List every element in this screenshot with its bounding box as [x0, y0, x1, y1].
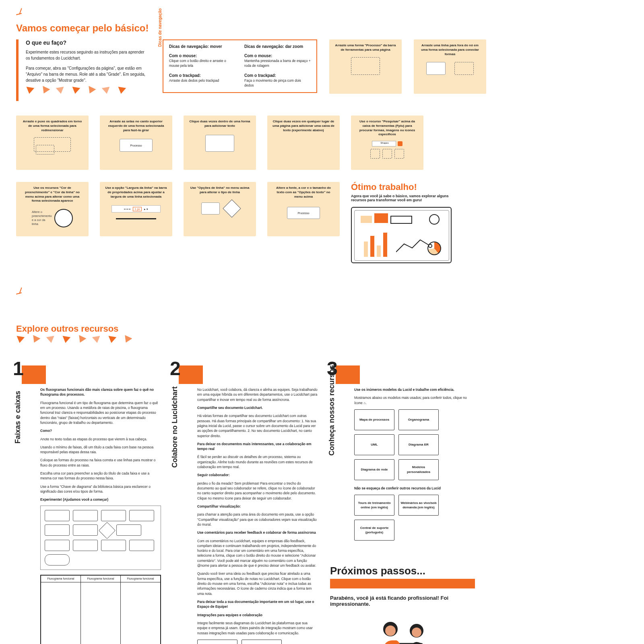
number-1: 1 — [13, 357, 24, 380]
burst-icon-2 — [16, 287, 27, 299]
good-job-sub: Agora que você já sabe o básico, vamos e… — [351, 194, 452, 202]
intro-panel: O que eu faço? Experimente estes recurso… — [16, 39, 147, 101]
tip-text-shape[interactable]: Processo — [287, 207, 320, 219]
number-2: 2 — [170, 357, 181, 380]
lane-head-1: Fluxograma funcional — [41, 576, 80, 582]
col2-integ-h: Integrações para equipes e colaboração — [197, 613, 262, 617]
col1-p3: Usando o mínimo de faixas, dê um título … — [40, 445, 161, 455]
number-3: 3 — [327, 357, 338, 380]
nav-tips-label: Dicas de navegação — [158, 8, 162, 47]
svg-point-3 — [385, 625, 396, 636]
intro-heading: O que eu faço? — [26, 39, 147, 46]
tip-search-text: Use o recurso "Pesquisar" acima da caixa… — [356, 120, 419, 137]
col2-vtitle: Colabore no Lucidchart — [171, 386, 179, 468]
nav-zoom-trackpad: Com o trackpad: — [244, 73, 276, 78]
tile-slack[interactable]: Lucidchart para Slack — [242, 640, 282, 644]
tip-resize: Arraste e puxe os quadrados em torno de … — [16, 116, 89, 170]
nav-move-mouse-body: Clique com o botão direito e arraste o m… — [169, 59, 226, 68]
people-illustration — [330, 612, 475, 644]
tip-textbox-text: Clique duas vezes em qualquer lugar de u… — [272, 120, 335, 132]
tip-drag-line-text: Arraste uma linha para fora do nó em uma… — [419, 43, 481, 56]
tip-text-options-text: Altere a fonte, a cor e o tamanho do tex… — [272, 186, 335, 199]
tip-dblclick-text-text: Clique duas vezes dentro de uma forma pa… — [188, 120, 251, 128]
col1-how: Como? — [40, 429, 52, 433]
good-job-title: Ótimo trabalho! — [351, 182, 452, 192]
good-job-illustration — [351, 207, 452, 263]
intro-p2: Para começar, abra as "Configurações da … — [26, 65, 147, 83]
tile-teams[interactable]: Adicione diagramas do Lucidchart ao Micr… — [197, 640, 237, 644]
next-p1: Parabéns, você já está ficando profissio… — [330, 595, 475, 607]
intro-p1: Experimente estes recursos seguindo as i… — [26, 49, 147, 61]
col1-p5: Escolha uma cor para preencher a seção d… — [40, 471, 161, 481]
lane-head-3: Fluxograma funcional — [121, 576, 160, 582]
tile-webinars[interactable]: Webinários ao vivo/sob demanda (em inglê… — [398, 495, 439, 516]
tip-resize-text: Arraste e puxe os quadrados em torno de … — [21, 120, 84, 132]
tile-training[interactable]: Tours de treinamento online (em inglês) — [354, 495, 394, 516]
col1-p2: Anote no texto todas as etapas do proces… — [40, 437, 161, 442]
integration-tiles: Adicione diagramas do Lucidchart ao Micr… — [197, 640, 318, 644]
col1-p6: Use a forma "Chave de diagrama" da bibli… — [40, 484, 161, 494]
col1-p1: Fluxograma funcional é um tipo de fluxog… — [40, 400, 161, 425]
nav-zoom-title: Dicas de navegação: dar zoom — [244, 44, 303, 49]
col2-shareview-h: Compartilhar visualização: — [197, 504, 241, 508]
tile-support[interactable]: Central de suporte (português) — [354, 520, 394, 541]
template-tiles: Mapa de processos Organograma UML Diagra… — [354, 409, 475, 480]
tip-fill-color: Use os recursos "Cor de preenchimento" e… — [16, 182, 89, 236]
sample-flow — [40, 506, 161, 570]
nav-zoom-mouse: Com o mouse: — [244, 54, 272, 58]
tile-custom[interactable]: Modelos personalizados — [398, 459, 439, 480]
tip-dblclick-text: Clique duas vezes dentro de uma forma pa… — [184, 116, 256, 170]
next-steps: Próximos passos... Parabéns, você já est… — [330, 565, 475, 644]
col1-vtitle: Faixas e caixas — [14, 391, 22, 444]
col2-teamspace: Para deixar toda a sua documentação impo… — [197, 600, 314, 609]
tile-uml[interactable]: UML — [354, 434, 394, 455]
tile-er[interactable]: Diagrama ER — [398, 434, 439, 455]
col2-follow-p: perdeu o fio da meada? Sem problemas! Pa… — [197, 481, 318, 501]
tip-drag-line: Arraste uma linha para fora do nó em uma… — [414, 39, 486, 94]
nav-move-trackpad: Com o trackpad: — [169, 73, 201, 78]
triangle-divider-2 — [16, 336, 499, 343]
col2-rt-p: É fácil se perder ao discutir os detalhe… — [197, 454, 318, 469]
tile-orgchart[interactable]: Organograma — [398, 409, 439, 430]
col2-notes-p: Quando você tiver uma ideia ou feedback … — [197, 571, 318, 596]
nav-move-mouse: Com o mouse: — [169, 54, 197, 58]
col3-lead: Use os inúmeros modelos da Lucid e traba… — [354, 388, 454, 392]
search-icon[interactable] — [398, 141, 402, 146]
column-collaborate: 2 Colabore no Lucidchart No Lucidchart, … — [173, 363, 318, 644]
resource-tiles: Tours de treinamento online (em inglês) … — [354, 495, 475, 541]
tip-search-field[interactable]: Shapes — [372, 141, 396, 147]
tip-fill-color-text: Use os recursos "Cor de preenchimento" e… — [21, 186, 84, 203]
col2-comments-h: Use comentários para receber feedback e … — [197, 530, 316, 535]
tip-line-options-text: Use "Opções de linha" no menu acima para… — [188, 186, 251, 195]
col2-follow-h: Seguir colaborador: — [197, 473, 230, 477]
circle-shape[interactable] — [54, 209, 73, 227]
tile-network[interactable]: Diagrama de rede — [354, 459, 394, 480]
col1-try: Experimente! (Ajudamos você a começar) — [40, 497, 108, 502]
col2-share-h: Compartilhe seu documento Lucidchart. — [197, 406, 263, 410]
page-title: Vamos começar pelo básico! — [16, 23, 499, 34]
col2-rt-h: Para deixar os documentos mais interessa… — [197, 442, 311, 451]
tile-process-map[interactable]: Mapa de processos — [354, 409, 394, 430]
column-resources: 3 Conheça nossos recursos! Use os inúmer… — [330, 363, 475, 644]
col2-share-p: Há várias formas de compartilhar seu doc… — [197, 413, 318, 438]
nav-move-trackpad-body: Arraste dois dedos pelo trackpad — [169, 78, 219, 83]
tip-rotate-text: Arraste as setas no canto superior esque… — [105, 120, 167, 132]
col1-p4: Coloque as formas do processo na faixa c… — [40, 458, 161, 468]
col2-comments-p: Com os comentários no Lucidchart, equipe… — [197, 539, 318, 568]
nav-zoom-trackpad-body: Faça o movimento de pinça com dois dedos — [244, 78, 301, 87]
svg-point-0 — [429, 244, 432, 248]
good-job-panel: Ótimo trabalho! Agora que você já sabe o… — [351, 182, 452, 263]
tip-empty-shape[interactable] — [205, 135, 234, 152]
lane-head-2: Fluxograma funcional — [81, 576, 120, 582]
tip-search: Use o recurso "Pesquisar" acima da caixa… — [351, 116, 423, 170]
burst-icon — [16, 8, 27, 19]
nav-zoom-mouse-body: Mantenha pressionada a barra de espaço +… — [244, 59, 311, 68]
explore-title: Explore outros recursos — [16, 324, 499, 334]
col2-shareview-p: para chamar a atenção para uma área do d… — [197, 512, 318, 527]
col3-sub: Mostramos abaixo os modelos mais usados;… — [354, 395, 475, 405]
line-chart-icon — [396, 236, 432, 256]
tip-line-width: Use a opção "Largura da linha" na barra … — [100, 182, 172, 236]
swimlane-template[interactable]: Fluxograma funcional Fluxograma funciona… — [40, 575, 161, 644]
line-width-toolbar[interactable]: ━ ━ ━1 px▸ ▾ — [111, 205, 161, 213]
tip-rotate-shape[interactable]: Processo — [120, 139, 153, 152]
